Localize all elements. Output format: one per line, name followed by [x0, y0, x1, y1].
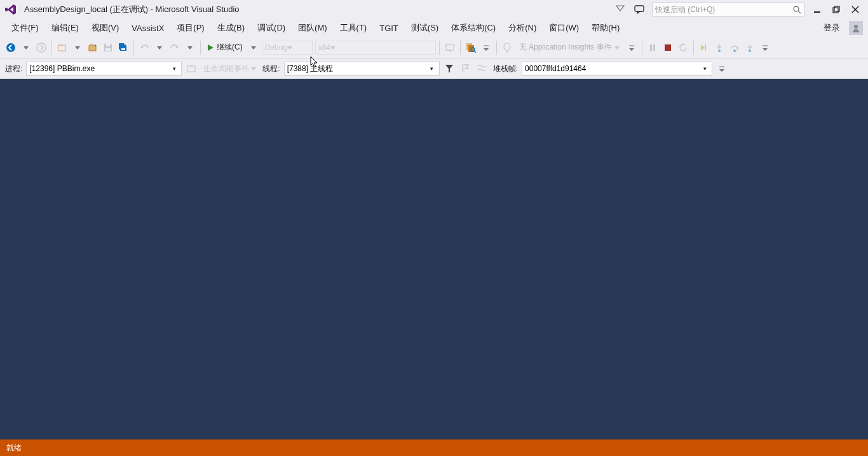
restart-button	[676, 40, 690, 55]
chevron-down-icon: ▾	[170, 65, 179, 72]
svg-point-28	[718, 50, 721, 52]
app-insights-icon	[500, 40, 514, 55]
menu-architecture[interactable]: 体系结构(C)	[445, 20, 502, 36]
continue-dropdown[interactable]	[247, 40, 261, 55]
menu-help[interactable]: 帮助(H)	[585, 20, 626, 36]
svg-point-30	[749, 50, 751, 52]
svg-point-29	[733, 50, 736, 52]
close-button[interactable]	[849, 3, 862, 16]
toolbar-overflow[interactable]	[479, 40, 493, 55]
show-next-statement-button	[697, 40, 711, 55]
svg-rect-26	[665, 44, 671, 51]
menu-debug[interactable]: 调试(D)	[251, 20, 292, 36]
redo-button	[168, 40, 182, 55]
step-out-button	[743, 40, 757, 55]
step-over-button	[728, 40, 742, 55]
svg-point-9	[6, 43, 15, 52]
svg-rect-25	[653, 44, 655, 51]
sign-in-button[interactable]: 登录	[818, 20, 845, 36]
menubar: 文件(F) 编辑(E) 视图(V) VAssistX 项目(P) 生成(B) 调…	[0, 19, 868, 37]
svg-rect-0	[635, 6, 644, 11]
save-all-button[interactable]	[116, 40, 130, 55]
svg-rect-17	[449, 50, 451, 51]
toolbar-overflow-4[interactable]	[715, 61, 729, 76]
undo-button	[137, 40, 151, 55]
notifications-icon[interactable]	[613, 2, 628, 17]
solution-config-combo: Debug	[262, 41, 313, 55]
attach-process-button	[443, 40, 457, 55]
svg-line-21	[474, 51, 476, 53]
search-icon	[793, 6, 801, 14]
continue-label: 继续(C)	[217, 42, 243, 53]
chevron-down-icon: ▾	[428, 65, 437, 72]
svg-rect-24	[650, 44, 652, 51]
flag-filter-button[interactable]	[442, 61, 456, 76]
nav-forward-button	[34, 40, 48, 55]
svg-rect-14	[106, 44, 110, 46]
menu-analyze[interactable]: 分析(N)	[502, 20, 543, 36]
nav-back-dropdown[interactable]	[19, 40, 33, 55]
svg-rect-5	[834, 6, 839, 11]
menu-edit[interactable]: 编辑(E)	[45, 20, 85, 36]
titlebar: AssemblyDesign_local (正在调试) - Microsoft …	[0, 0, 868, 19]
menu-project[interactable]: 项目(P)	[170, 20, 210, 36]
redo-dropdown[interactable]	[183, 40, 197, 55]
menu-vassistx[interactable]: VAssistX	[125, 21, 170, 36]
undo-dropdown[interactable]	[153, 40, 166, 55]
svg-rect-15	[121, 48, 125, 50]
vs-logo-icon	[3, 1, 19, 18]
debug-location-toolbar: 进程: [12396] PBBim.exe ▾ 生命周期事件 线程: [7388…	[0, 58, 868, 79]
stackframe-combo[interactable]: 00007fffd1d91464 ▾	[522, 62, 712, 76]
svg-rect-4	[833, 8, 838, 13]
nav-back-button[interactable]	[4, 40, 18, 55]
feedback-icon[interactable]	[632, 2, 647, 17]
editor-area	[0, 79, 868, 439]
menu-file[interactable]: 文件(F)	[5, 20, 45, 36]
new-project-dropdown[interactable]	[71, 40, 85, 55]
statusbar: 就绪	[0, 439, 868, 456]
menu-view[interactable]: 视图(V)	[85, 20, 125, 36]
new-project-button	[55, 40, 69, 55]
lifecycle-events-button: 生命周期事件	[201, 61, 259, 76]
lifecycle-icon	[184, 61, 198, 76]
menu-build[interactable]: 生成(B)	[211, 20, 251, 36]
menu-window[interactable]: 窗口(W)	[543, 20, 585, 36]
status-text: 就绪	[6, 443, 22, 453]
stop-button[interactable]	[661, 40, 675, 55]
menu-tools[interactable]: 工具(T)	[334, 20, 374, 36]
thread-marker-button	[475, 61, 489, 76]
toolbar-overflow-2[interactable]	[625, 40, 639, 55]
minimize-button[interactable]	[811, 3, 824, 16]
svg-point-1	[794, 6, 799, 11]
play-icon	[207, 44, 214, 51]
stackframe-label: 堆栈帧:	[492, 64, 519, 74]
menu-team[interactable]: 团队(M)	[292, 20, 334, 36]
svg-rect-16	[446, 44, 454, 50]
svg-rect-32	[187, 66, 195, 72]
svg-rect-13	[105, 48, 111, 51]
menu-tgit[interactable]: TGIT	[373, 21, 405, 36]
open-file-button[interactable]	[86, 40, 100, 55]
menu-test[interactable]: 测试(S)	[405, 20, 445, 36]
quick-launch-placeholder: 快速启动 (Ctrl+Q)	[655, 4, 793, 15]
app-insights-combo: 无 Application Insights 事件	[515, 40, 623, 55]
process-combo[interactable]: [12396] PBBim.exe ▾	[26, 62, 182, 76]
quick-launch-input[interactable]: 快速启动 (Ctrl+Q)	[652, 3, 804, 17]
find-in-files-button[interactable]	[464, 40, 478, 55]
svg-point-10	[37, 43, 46, 52]
solution-platform-combo: x64	[315, 41, 436, 55]
toolbar-overflow-3[interactable]	[758, 40, 772, 55]
chevron-down-icon: ▾	[700, 65, 709, 72]
thread-combo[interactable]: [7388] 主线程 ▾	[284, 62, 440, 76]
step-into-button	[712, 40, 726, 55]
continue-button[interactable]: 继续(C)	[204, 42, 245, 53]
svg-rect-12	[89, 46, 96, 51]
pause-button	[646, 40, 660, 55]
thread-label: 线程:	[261, 64, 281, 74]
save-button	[101, 40, 115, 55]
maximize-button[interactable]	[830, 3, 843, 16]
toggle-flag-button	[459, 61, 473, 76]
svg-point-8	[854, 25, 858, 29]
main-toolbar: 继续(C) Debug x64 无 Application Insights 事…	[0, 37, 868, 58]
avatar-icon[interactable]	[849, 21, 863, 35]
